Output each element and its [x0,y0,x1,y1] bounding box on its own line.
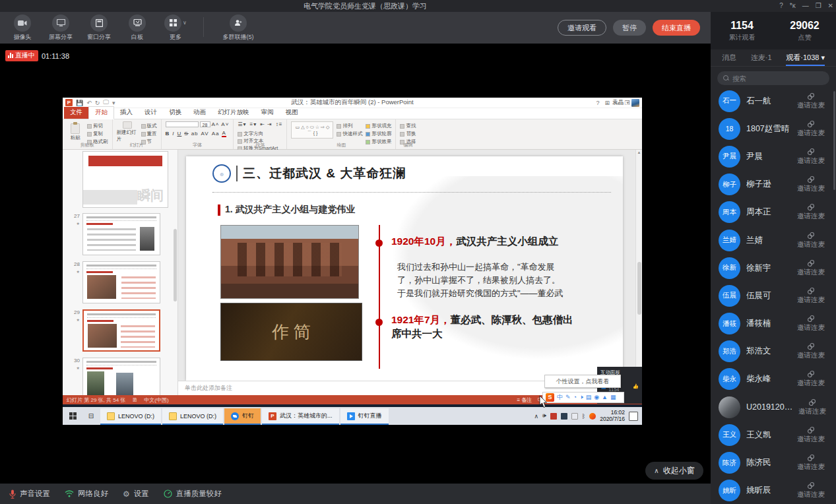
invite-mic-button[interactable]: 邀请连麦 [798,407,826,416]
cut-button[interactable]: 剪切 [87,123,108,129]
invite-mic-button[interactable]: 邀请连麦 [797,129,825,138]
ppt-ribbon-tab[interactable]: 文件 [64,107,88,119]
invite-mic-button[interactable]: 邀请连麦 [797,323,825,332]
paste-button[interactable]: 粘贴 [67,121,84,142]
invite-connect-icon[interactable] [807,426,815,434]
ppt-ribbon-tab[interactable]: 插入 [114,107,139,119]
invite-connect-icon[interactable] [807,342,815,350]
ppt-account[interactable]: 袁晶 ▾ [612,98,639,107]
window-share-button[interactable]: 窗口分享 [84,15,113,42]
ppt-ribbon-tab[interactable]: 设计 [139,107,163,119]
ppt-ribbon-tab[interactable]: 开始 [88,106,114,119]
start-button[interactable] [63,407,82,425]
slide-thumbnail-partial[interactable]: 瞬间 [82,151,168,208]
invite-connect-icon[interactable] [807,148,815,156]
network-status-button[interactable]: 网络良好 [65,489,108,499]
shapes-gallery[interactable]: ▭△○⬭☆⇨◇⌒{ } [291,121,333,139]
sidebar-tab[interactable]: 观看·1038 ▾ [785,50,826,65]
invite-connect-icon[interactable] [807,370,815,378]
ime-skin-icon[interactable]: ▲ [602,392,608,403]
invite-mic-button[interactable]: 邀请连麦 [797,379,825,388]
like-icon[interactable]: 👍 [633,383,639,389]
bold-button[interactable]: B [166,131,170,137]
ppt-ribbon-tab[interactable]: 动画 [187,107,212,119]
task-view-button[interactable]: ⊟ [82,407,100,425]
quick-styles-button[interactable]: 快速样式 [337,131,362,137]
underline-button[interactable]: U [177,131,182,137]
strikethrough-button[interactable]: S [184,131,188,137]
invite-mic-button[interactable]: 邀请连麦 [797,490,825,499]
find-button[interactable]: 查找 [400,123,416,129]
ime-pen-icon[interactable]: ✎ [565,392,571,403]
ime-toolbar[interactable]: S 中 ✎ ◔ 🕨 ▤ ◉ ▲ ▦ [542,392,624,403]
indent-buttons[interactable]: ⇤ ⇥ [260,121,273,127]
multigroup-broadcast-button[interactable]: 多群联播(5) [217,15,259,42]
tray-app-icon[interactable] [550,413,557,420]
ime-keyboard-icon[interactable]: ▤ [586,392,592,403]
ime-toolbox-icon[interactable]: ▦ [610,392,616,403]
close-button[interactable]: ✕ [828,0,833,12]
invite-mic-button[interactable]: 邀请连麦 [797,462,825,472]
slide-thumbnail[interactable]: 29 ★ [67,309,177,352]
line-spacing-button[interactable]: ↕≡ [276,121,283,127]
text-shadow-button[interactable]: ab [191,131,199,137]
slide-thumbnail[interactable]: 28 ★ [67,261,177,303]
invite-connect-icon[interactable] [807,120,815,128]
italic-button[interactable]: I [172,131,174,137]
invite-connect-icon[interactable] [807,232,815,239]
search-box[interactable] [717,71,829,85]
font-size-combobox[interactable]: 28 [200,121,210,127]
tray-sogou-icon[interactable] [589,413,596,420]
taskbar-item[interactable]: LENOVO (D:) [100,408,161,425]
reset-button[interactable]: 重置 [141,131,157,137]
collapse-window-button[interactable]: ∧ 收起小窗 [645,462,703,480]
invite-mic-button[interactable]: 邀请连麦 [797,240,825,249]
replace-button[interactable]: 替换 [400,131,416,137]
action-center-icon[interactable] [629,412,638,421]
notes-toggle[interactable]: ≡ 备注 [517,396,532,404]
new-slide-button[interactable]: 新建幻灯片 [117,121,138,142]
audio-settings-button[interactable]: 声音设置 [9,489,50,499]
taskbar-item[interactable]: 武汉：英雄城市的... [262,408,339,425]
taskbar-item[interactable]: 钉钉 [224,408,261,425]
ime-mic-icon[interactable]: 🕨 [579,392,583,403]
shortcut-icon[interactable]: *ᴋ [790,0,796,12]
invite-mic-button[interactable]: 邀请连麦 [797,435,825,444]
taskbar-clock[interactable]: 16:02 2020/7/16 [600,410,625,423]
ppt-ribbon-tab[interactable]: 审阅 [255,107,280,119]
bullets-button[interactable]: ☰▾ [238,121,246,127]
whiteboard-button[interactable]: 白板 [123,15,152,42]
invite-connect-icon[interactable] [807,454,815,462]
settings-button[interactable]: ⚙ 设置 [123,489,149,499]
shape-fill-button[interactable]: 形状填充 [366,123,391,129]
viewer-list[interactable]: 石一 石一航 邀请连麦 18 1807赵雪晴 邀请连麦 尹晨 尹晨 [711,87,836,504]
invite-mic-button[interactable]: 邀请连麦 [797,351,825,360]
ppt-ribbon-tab[interactable]: 切换 [163,107,187,119]
ppt-ribbon-tab[interactable]: 视图 [280,107,304,119]
slide-thumbnail-pane[interactable]: 瞬间 27 ★ [63,150,178,395]
invite-mic-button[interactable]: 邀请连麦 [797,101,825,110]
copy-button[interactable]: 复制 [87,131,108,137]
invite-connect-icon[interactable] [807,259,815,267]
slide-scrollbar[interactable]: ▲ ⯅⯆ ▼ [635,150,642,395]
more-button[interactable]: ∨ 更多 [161,15,190,42]
search-input[interactable] [732,75,823,82]
invite-mic-button[interactable]: 邀请连麦 [797,184,825,193]
maximize-button[interactable]: ❐ [816,0,821,12]
sidebar-tab[interactable]: 连麦·1 [750,50,773,65]
shape-outline-button[interactable]: 形状轮廓 [366,131,391,137]
invite-mic-button[interactable]: 邀请连麦 [797,268,825,277]
grow-shrink-font-buttons[interactable]: A˄ A˅ [212,121,230,127]
font-color-button[interactable]: A [222,130,226,137]
current-slide[interactable]: ◎ 三、迁都武汉 & 大革命狂澜 1. 武汉共产主义小组与建党伟业 [186,156,623,381]
invite-connect-icon[interactable] [807,287,815,295]
ime-mode-icon[interactable]: 中 [557,392,563,403]
scroll-up-icon[interactable]: ▲ [636,150,642,154]
text-direction-button[interactable]: 文字方向 [238,131,282,137]
help-icon[interactable]: ? [779,0,783,12]
font-name-combobox[interactable] [166,121,199,127]
stream-quality-button[interactable]: 直播质量较好 [164,489,222,499]
slide-thumbnail[interactable]: 30 ★ [67,358,177,395]
change-case-button[interactable]: Aa [212,131,220,137]
tray-app-icon[interactable] [571,413,578,420]
